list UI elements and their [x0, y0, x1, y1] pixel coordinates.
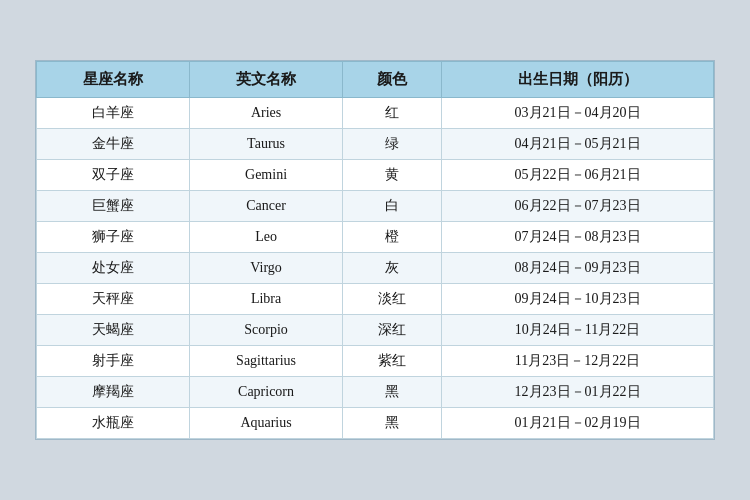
cell-english-name: Taurus	[190, 129, 343, 160]
table-row: 处女座Virgo灰08月24日－09月23日	[37, 253, 714, 284]
cell-chinese-name: 巨蟹座	[37, 191, 190, 222]
cell-color: 灰	[343, 253, 442, 284]
cell-chinese-name: 射手座	[37, 346, 190, 377]
table-row: 天秤座Libra淡红09月24日－10月23日	[37, 284, 714, 315]
cell-dates: 04月21日－05月21日	[442, 129, 714, 160]
header-chinese-name: 星座名称	[37, 62, 190, 98]
cell-color: 橙	[343, 222, 442, 253]
cell-english-name: Sagittarius	[190, 346, 343, 377]
cell-color: 白	[343, 191, 442, 222]
cell-chinese-name: 天蝎座	[37, 315, 190, 346]
cell-color: 红	[343, 98, 442, 129]
cell-color: 黄	[343, 160, 442, 191]
cell-color: 紫红	[343, 346, 442, 377]
table-row: 水瓶座Aquarius黑01月21日－02月19日	[37, 408, 714, 439]
cell-dates: 10月24日－11月22日	[442, 315, 714, 346]
cell-english-name: Cancer	[190, 191, 343, 222]
cell-color: 黑	[343, 408, 442, 439]
cell-color: 绿	[343, 129, 442, 160]
header-dates: 出生日期（阳历）	[442, 62, 714, 98]
cell-dates: 12月23日－01月22日	[442, 377, 714, 408]
cell-english-name: Gemini	[190, 160, 343, 191]
cell-dates: 09月24日－10月23日	[442, 284, 714, 315]
header-english-name: 英文名称	[190, 62, 343, 98]
header-color: 颜色	[343, 62, 442, 98]
zodiac-table-container: 星座名称 英文名称 颜色 出生日期（阳历） 白羊座Aries红03月21日－04…	[35, 60, 715, 440]
cell-chinese-name: 双子座	[37, 160, 190, 191]
cell-chinese-name: 处女座	[37, 253, 190, 284]
table-row: 天蝎座Scorpio深红10月24日－11月22日	[37, 315, 714, 346]
cell-chinese-name: 摩羯座	[37, 377, 190, 408]
cell-english-name: Capricorn	[190, 377, 343, 408]
cell-english-name: Aries	[190, 98, 343, 129]
cell-dates: 03月21日－04月20日	[442, 98, 714, 129]
cell-color: 淡红	[343, 284, 442, 315]
table-header-row: 星座名称 英文名称 颜色 出生日期（阳历）	[37, 62, 714, 98]
table-row: 金牛座Taurus绿04月21日－05月21日	[37, 129, 714, 160]
cell-chinese-name: 金牛座	[37, 129, 190, 160]
cell-english-name: Scorpio	[190, 315, 343, 346]
table-row: 白羊座Aries红03月21日－04月20日	[37, 98, 714, 129]
cell-english-name: Libra	[190, 284, 343, 315]
cell-dates: 05月22日－06月21日	[442, 160, 714, 191]
table-row: 射手座Sagittarius紫红11月23日－12月22日	[37, 346, 714, 377]
table-row: 摩羯座Capricorn黑12月23日－01月22日	[37, 377, 714, 408]
table-body: 白羊座Aries红03月21日－04月20日金牛座Taurus绿04月21日－0…	[37, 98, 714, 439]
cell-chinese-name: 白羊座	[37, 98, 190, 129]
cell-dates: 11月23日－12月22日	[442, 346, 714, 377]
cell-chinese-name: 天秤座	[37, 284, 190, 315]
cell-dates: 01月21日－02月19日	[442, 408, 714, 439]
table-row: 巨蟹座Cancer白06月22日－07月23日	[37, 191, 714, 222]
cell-dates: 08月24日－09月23日	[442, 253, 714, 284]
cell-english-name: Leo	[190, 222, 343, 253]
cell-english-name: Aquarius	[190, 408, 343, 439]
cell-color: 深红	[343, 315, 442, 346]
zodiac-table: 星座名称 英文名称 颜色 出生日期（阳历） 白羊座Aries红03月21日－04…	[36, 61, 714, 439]
cell-dates: 06月22日－07月23日	[442, 191, 714, 222]
cell-chinese-name: 水瓶座	[37, 408, 190, 439]
table-row: 双子座Gemini黄05月22日－06月21日	[37, 160, 714, 191]
cell-chinese-name: 狮子座	[37, 222, 190, 253]
table-row: 狮子座Leo橙07月24日－08月23日	[37, 222, 714, 253]
cell-english-name: Virgo	[190, 253, 343, 284]
cell-color: 黑	[343, 377, 442, 408]
cell-dates: 07月24日－08月23日	[442, 222, 714, 253]
